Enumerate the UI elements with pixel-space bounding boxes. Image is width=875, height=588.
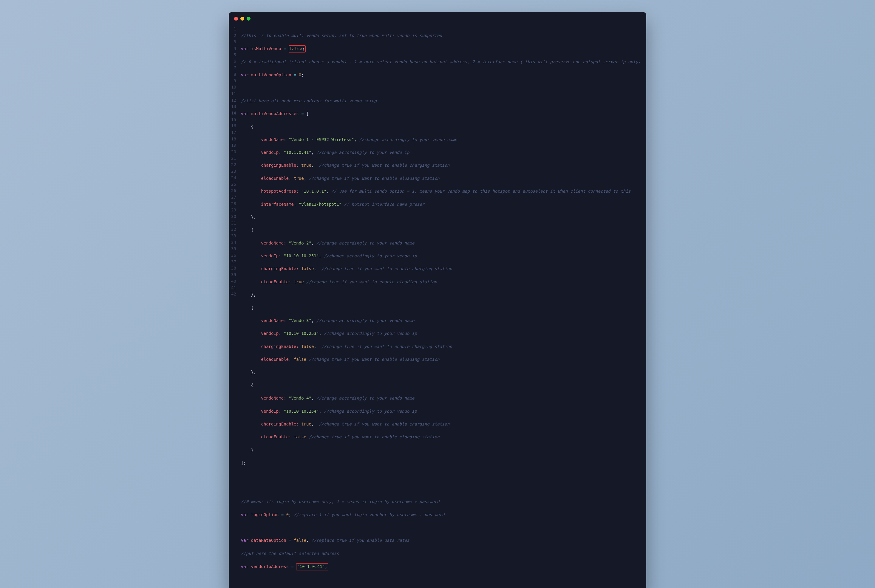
code-property: vendoName: (241, 241, 286, 245)
code-punct: , (304, 176, 306, 181)
code-punct: } (241, 447, 254, 452)
code-punct: , (314, 266, 316, 271)
code-punct: ; (306, 538, 309, 543)
line-number: 36 (231, 252, 237, 259)
code-punct: , (314, 344, 316, 349)
code-bool: false (294, 435, 306, 439)
code-punct: ]; (241, 460, 246, 465)
code-punct: , (311, 150, 314, 155)
line-number: 17 (231, 129, 237, 136)
line-number: 5 (231, 52, 237, 58)
highlight-box: false; (289, 45, 306, 52)
zoom-icon[interactable] (247, 17, 251, 21)
code-comment: //put here the default selected address (241, 551, 339, 556)
code-number: 0 (299, 72, 301, 77)
code-comment: //change accordingly to your vendo ip (317, 150, 410, 155)
line-number: 24 (231, 175, 237, 181)
line-gutter: 1 2 3 4 5 6 7 8 9 10 11 12 13 14 15 16 1… (231, 26, 241, 583)
code-comment: //change accordingly to your vendo name (359, 137, 457, 142)
code-operator: = (281, 512, 284, 517)
code-string: "Vendo 2" (289, 241, 311, 245)
code-property: chargingEnable: (241, 266, 299, 271)
code-comment: //change accordingly to your vendo ip (324, 331, 417, 336)
code-punct: ; (301, 72, 303, 77)
code-punct: , (319, 409, 321, 414)
line-number: 12 (231, 97, 237, 104)
code-punct: , (354, 137, 356, 142)
code-bool: false (294, 357, 306, 362)
line-number: 40 (231, 278, 237, 285)
code-property: eloadEnable: (241, 357, 291, 362)
code-property: vendoName: (241, 396, 286, 400)
code-property: vendoName: (241, 137, 286, 142)
code-identifier: loginOption (251, 512, 279, 517)
code-string: "10.1.0.41" (297, 564, 325, 569)
code-comment: //change accordingly to your vendo ip (324, 254, 417, 258)
code-string: "vlan11-hotspot1" (299, 202, 341, 207)
code-punct: ; (325, 564, 327, 569)
code-identifier: multiVendoAddresses (251, 111, 299, 116)
code-bool: true (301, 163, 311, 168)
code-comment: //change true if you want to enable eloa… (309, 435, 439, 439)
code-comment: // 0 = traditional (client choose a vend… (241, 59, 641, 64)
code-operator: = (291, 564, 293, 569)
code-comment: //change true if you want to enable eloa… (309, 176, 439, 181)
line-number: 29 (231, 207, 237, 213)
code-identifier: vendorIpAddress (251, 564, 289, 569)
code-comment: //change accordingly to your vendo name (317, 318, 414, 323)
code-punct: , (311, 422, 314, 426)
code-punct: }, (241, 370, 256, 375)
line-number: 21 (231, 155, 237, 162)
window-titlebar (229, 12, 646, 24)
code-bool: false (301, 344, 314, 349)
code-punct: { (241, 383, 254, 388)
code-string: "Vendo 3" (289, 318, 311, 323)
code-keyword: var (241, 111, 248, 116)
line-number: 28 (231, 201, 237, 207)
code-punct: ; (289, 512, 291, 517)
line-number: 11 (231, 91, 237, 97)
line-number: 30 (231, 213, 237, 220)
code-bool: false (301, 266, 314, 271)
line-number: 13 (231, 104, 237, 110)
line-number: 9 (231, 78, 237, 84)
line-number: 23 (231, 168, 237, 175)
code-punct: { (241, 124, 254, 129)
code-comment: //change true if you want to enable eloa… (306, 279, 437, 284)
minimize-icon[interactable] (240, 17, 244, 21)
code-comment: //change accordingly to your vendo name (317, 396, 414, 400)
code-string: "10.10.10.254" (284, 409, 319, 414)
close-icon[interactable] (234, 17, 238, 21)
code-comment: // hotspot interface name preser (344, 202, 425, 207)
code-punct: ; (302, 46, 305, 51)
line-number: 22 (231, 162, 237, 168)
code-keyword: var (241, 512, 248, 517)
code-punct: }, (241, 214, 256, 219)
code-comment: //replace 1 if you want login voucher by… (294, 512, 445, 517)
code-content[interactable]: //this is to enable multi vendo setup, s… (241, 26, 641, 583)
code-comment: //replace true if you enable data rates (311, 538, 410, 543)
code-comment: //list here all node mcu address for mul… (241, 98, 377, 103)
line-number: 18 (231, 136, 237, 142)
line-number: 20 (231, 149, 237, 155)
code-string: "Vendo 4" (289, 396, 311, 400)
code-operator: = (301, 111, 303, 116)
line-number: 31 (231, 220, 237, 226)
code-punct: { (241, 305, 254, 310)
code-bool: false (294, 538, 306, 543)
code-bool: true (301, 422, 311, 426)
code-comment: //change true if you want to enable char… (321, 266, 452, 271)
line-number: 41 (231, 285, 237, 291)
code-editor[interactable]: 1 2 3 4 5 6 7 8 9 10 11 12 13 14 15 16 1… (229, 24, 646, 588)
line-number: 14 (231, 110, 237, 117)
code-property: chargingEnable: (241, 344, 299, 349)
line-number: 33 (231, 233, 237, 239)
code-punct: , (319, 331, 321, 336)
code-punct: , (311, 163, 314, 168)
code-comment: //0 means its login by username only, 1 … (241, 499, 440, 504)
code-property: vendoIp: (241, 150, 281, 155)
code-comment: //change accordingly to your vendo ip (324, 409, 417, 414)
code-punct: { (241, 228, 254, 232)
line-number: 10 (231, 84, 237, 91)
code-punct: , (311, 318, 314, 323)
